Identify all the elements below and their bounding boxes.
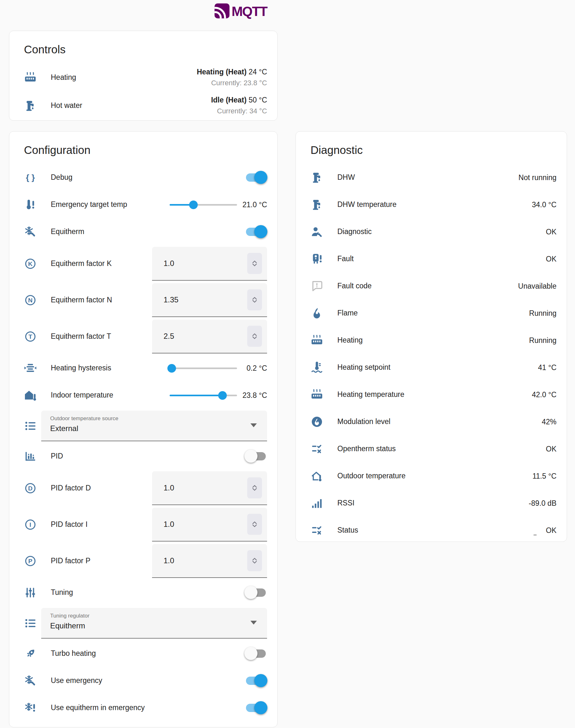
water-pump-icon (24, 99, 37, 112)
home-thermometer-outline-icon (310, 470, 323, 482)
number-stepper[interactable] (247, 289, 262, 311)
row-label: Heating (337, 336, 529, 345)
config-row-emergency-target-temp: Emergency target temp 21.0 °C (24, 191, 267, 218)
row-value: Running (529, 336, 556, 345)
row-value: 42.0 °C (532, 391, 556, 399)
equitherm-factor-k-input[interactable] (164, 259, 247, 268)
rocket-icon (24, 647, 37, 660)
equitherm-toggle[interactable] (246, 227, 266, 236)
diagnostic-title: Diagnostic (310, 143, 556, 157)
row-label: Heating temperature (337, 390, 532, 399)
equitherm-factor-t-input[interactable] (164, 332, 247, 341)
alpha-p-circle-icon (24, 555, 37, 568)
controls-row-label: Hot water (51, 101, 211, 110)
mqtt-logo: MQTT (213, 3, 267, 21)
diag-row-dhw[interactable]: DHW Not running (310, 164, 556, 191)
water-pump-icon (310, 198, 323, 211)
diag-row-fault[interactable]: Fault OK (310, 246, 556, 273)
row-label: Modulation level (337, 417, 542, 427)
mqtt-logo-text: MQTT (232, 5, 267, 18)
row-label: PID factor P (51, 556, 152, 566)
equitherm-factor-n-field (152, 283, 267, 317)
pid-toggle[interactable] (246, 452, 266, 461)
diag-row-dhw-temperature[interactable]: DHW temperature 34.0 °C (310, 191, 556, 218)
config-row-tuning: Tuning (24, 579, 267, 606)
indoor-temperature-slider[interactable] (170, 391, 237, 400)
climate-state-hot-water[interactable]: Idle (Heat) 50 °C Currently: 34 °C (211, 96, 267, 115)
home-thermometer-icon (24, 389, 37, 402)
equitherm-factor-n-input[interactable] (164, 295, 247, 304)
climate-state-heating[interactable]: Heating (Heat) 24 °C Currently: 23.8 °C (197, 68, 267, 87)
row-label: RSSI (337, 499, 529, 508)
fire-icon (310, 307, 323, 320)
pid-factor-i-field (152, 508, 267, 542)
configuration-card: Configuration Debug Emergency target tem… (9, 131, 278, 727)
thermometer-water-icon (310, 361, 323, 374)
pid-factor-d-input[interactable] (164, 483, 247, 493)
number-stepper[interactable] (247, 514, 262, 535)
account-wrench-icon (310, 225, 323, 238)
row-label: Opentherm status (337, 444, 546, 454)
equitherm-factor-t-field (152, 320, 267, 354)
diag-row-modulation-level[interactable]: Modulation level 42% (310, 408, 556, 436)
turbo-heating-toggle[interactable] (246, 649, 266, 658)
row-label: PID (51, 451, 246, 461)
row-label: Fault code (337, 281, 518, 291)
outdoor-temperature-source-select[interactable]: Outdoor temperature source External (41, 411, 267, 441)
controls-row-hot-water[interactable]: Hot water Idle (Heat) 50 °C Currently: 3… (24, 92, 267, 120)
row-value: Not running (518, 173, 556, 182)
heating-hysteresis-slider[interactable] (170, 363, 237, 373)
row-value: Unavailable (518, 282, 556, 291)
water-boiler-alert-icon (310, 253, 323, 265)
controls-row-label: Heating (51, 73, 197, 82)
number-stepper[interactable] (247, 550, 262, 571)
list-bulleted-icon (24, 617, 37, 630)
config-row-outdoor-temperature-source: Outdoor temperature source External (24, 409, 267, 443)
row-label: DHW (337, 173, 518, 182)
diag-row-flame[interactable]: Flame Running (310, 300, 556, 327)
diag-row-heating-temperature[interactable]: Heating temperature 42.0 °C (310, 381, 556, 408)
diag-row-rssi[interactable]: RSSI -89.0 dB (310, 490, 556, 517)
row-label: Use equitherm in emergency (51, 703, 246, 713)
alpha-t-circle-icon (24, 330, 37, 343)
pid-factor-i-input[interactable] (164, 520, 247, 529)
row-value: 42% (542, 417, 556, 426)
config-row-pid-factor-d: PID factor D (24, 470, 267, 506)
diag-row-diagnostic[interactable]: Diagnostic OK (310, 218, 556, 246)
row-label: Outdoor temperature (337, 471, 533, 481)
diag-row-status[interactable]: Status OK (310, 517, 556, 542)
config-row-use-emergency: Use emergency (24, 667, 267, 694)
slider-value: 0.2 °C (241, 363, 267, 373)
list-status-icon (310, 524, 323, 537)
row-label: Heating setpoint (337, 363, 538, 372)
tuning-regulator-select[interactable]: Tuning regulator Equitherm (41, 608, 267, 639)
controls-row-heating[interactable]: Heating Heating (Heat) 24 °C Currently: … (24, 64, 267, 92)
row-value: OK (546, 445, 556, 453)
row-label: Flame (337, 308, 529, 318)
climate-state-line: Idle (Heat) 50 °C (211, 96, 267, 104)
diag-row-outdoor-temperature[interactable]: Outdoor temperature 11.5 °C (310, 463, 556, 490)
emergency-target-temp-slider[interactable] (170, 200, 237, 210)
diag-row-heating[interactable]: Heating Running (310, 327, 556, 354)
diag-row-heating-setpoint[interactable]: Heating setpoint 41 °C (310, 354, 556, 381)
row-label: Fault (337, 254, 546, 264)
use-emergency-toggle[interactable] (246, 676, 266, 685)
climate-current-temp: Currently: 34 °C (211, 107, 267, 115)
pid-factor-p-input[interactable] (164, 556, 247, 565)
use-equitherm-in-emergency-toggle[interactable] (246, 703, 266, 712)
message-alert-icon (310, 280, 323, 292)
number-stepper[interactable] (247, 253, 262, 274)
number-stepper[interactable] (247, 326, 262, 347)
row-label: Equitherm factor N (51, 295, 152, 305)
alpha-n-circle-icon (24, 294, 37, 306)
diag-row-fault-code[interactable]: Fault code Unavailable (310, 273, 556, 300)
row-value: 34.0 °C (532, 201, 556, 209)
number-stepper[interactable] (247, 477, 262, 499)
debug-toggle[interactable] (246, 173, 266, 182)
radiator-icon (310, 334, 323, 347)
tuning-toggle[interactable] (246, 588, 266, 597)
pid-factor-p-field (152, 544, 267, 578)
select-value: External (50, 424, 249, 433)
row-label: PID factor I (51, 520, 152, 530)
diag-row-opentherm-status[interactable]: Opentherm status OK (310, 436, 556, 463)
